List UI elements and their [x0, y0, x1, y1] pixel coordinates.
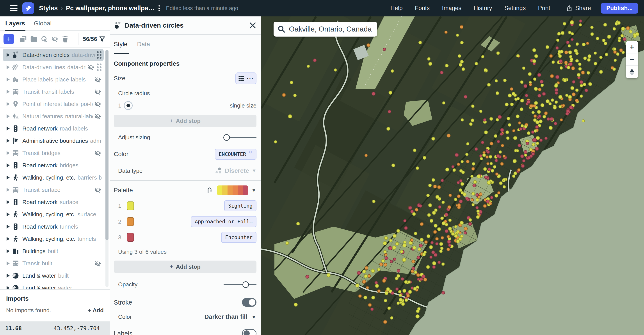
layer-row[interactable]: Walking, cycling, etc.tunnels [3, 233, 104, 245]
color-field-button[interactable]: ENCOUNTER ” [215, 149, 256, 160]
category-value-button[interactable]: Encounter [221, 232, 256, 243]
expand-caret-icon[interactable] [6, 102, 10, 106]
expand-caret-icon[interactable] [6, 127, 10, 130]
layer-row[interactable]: Data-driven linesdata-driven [3, 61, 104, 73]
expand-caret-icon[interactable] [6, 163, 10, 167]
expand-caret-icon[interactable] [6, 53, 10, 57]
slider-knob[interactable] [242, 281, 249, 288]
map-canvas[interactable]: Oakville, Ontario, Canada + − [261, 16, 644, 335]
compass-pitch-button[interactable] [626, 66, 638, 78]
search-input[interactable]: Oakville, Ontario, Canada [289, 25, 372, 33]
zoom-in-button[interactable]: + [626, 41, 638, 53]
mapbox-logo-icon[interactable] [22, 2, 34, 14]
add-import-button[interactable]: + Add [88, 307, 104, 314]
zoom-out-button[interactable]: − [626, 53, 638, 66]
expand-caret-icon[interactable] [6, 151, 10, 155]
stroke-color-dropdown[interactable]: Darker than fill ▼ [204, 313, 256, 320]
layer-row[interactable]: Road networksurface [3, 196, 104, 208]
layer-row[interactable]: Road networkroad-labels [3, 122, 104, 135]
drag-handle[interactable] [97, 51, 102, 59]
expand-caret-icon[interactable] [6, 212, 10, 216]
expand-caret-icon[interactable] [6, 249, 10, 253]
share-button[interactable]: Share [566, 5, 591, 11]
circle-size-stop[interactable] [124, 101, 132, 110]
opacity-slider[interactable] [224, 284, 256, 285]
layer-hidden-icon[interactable] [94, 113, 102, 120]
slider-knob[interactable] [223, 134, 230, 141]
hide-layer-icon[interactable] [51, 35, 58, 43]
layer-row[interactable]: Land & waterbuilt [3, 270, 104, 282]
nav-help[interactable]: Help [390, 5, 403, 11]
expand-caret-icon[interactable] [6, 77, 10, 81]
nav-print[interactable]: Print [538, 5, 550, 11]
color-swatch[interactable] [127, 201, 134, 210]
add-size-stop-button[interactable]: + Add stop [114, 115, 256, 127]
color-swatch[interactable] [127, 217, 134, 226]
layer-hidden-icon[interactable] [94, 100, 102, 108]
expand-caret-icon[interactable] [6, 286, 10, 289]
map-search-box[interactable]: Oakville, Ontario, Canada [274, 22, 377, 36]
layer-row[interactable]: Road networkbridges [3, 159, 104, 171]
menu-icon[interactable] [10, 5, 18, 11]
data-type-dropdown[interactable]: Discrete ▼ [215, 167, 256, 175]
drag-handle[interactable] [97, 63, 102, 71]
layer-row[interactable]: Administrative boundariesadmin [3, 135, 104, 147]
expand-caret-icon[interactable] [6, 114, 10, 118]
delete-layer-icon[interactable] [62, 35, 69, 43]
expand-caret-icon[interactable] [6, 274, 10, 278]
add-color-stop-button[interactable]: + Add stop [114, 261, 256, 273]
layer-row[interactable]: Transitsurface [3, 184, 104, 196]
expand-caret-icon[interactable] [6, 237, 10, 241]
adjust-sizing-slider[interactable] [224, 137, 256, 138]
publish-button[interactable]: Publish... [600, 3, 638, 13]
size-mode-button[interactable]: ··· [236, 72, 256, 84]
category-value-button[interactable]: Approached or Foll… [191, 216, 256, 227]
style-options-kebab-icon[interactable] [158, 5, 160, 11]
layer-hidden-icon[interactable] [94, 76, 102, 83]
layer-row[interactable]: Point of interest labelspoi-labels [3, 98, 104, 110]
expand-caret-icon[interactable] [6, 188, 10, 192]
layer-hidden-icon[interactable] [94, 260, 102, 267]
layer-row[interactable]: Walking, cycling, etc.barriers-bridges [3, 171, 104, 184]
palette-dropdown-icon[interactable]: ▼ [251, 187, 256, 193]
add-layer-button[interactable]: + [4, 34, 14, 44]
palette-gradient-button[interactable] [217, 185, 248, 195]
filter-layers-icon[interactable] [99, 36, 106, 42]
layer-row[interactable]: Natural featuresnatural-labels [3, 110, 104, 122]
nav-fonts[interactable]: Fonts [415, 5, 430, 11]
expand-caret-icon[interactable] [6, 200, 10, 204]
tab-layers[interactable]: Layers [5, 20, 25, 27]
close-icon[interactable] [249, 22, 256, 29]
style-name[interactable]: Pc wallpaper, phone wallpa… [66, 4, 155, 12]
layer-hidden-icon[interactable] [94, 186, 102, 194]
layer-row[interactable]: Transittransit-labels [3, 86, 104, 98]
reverse-palette-icon[interactable] [206, 187, 213, 194]
layer-hidden-icon[interactable] [94, 149, 102, 157]
layer-row[interactable]: Transitbuilt [3, 257, 104, 270]
select-layer-icon[interactable] [40, 35, 48, 43]
expand-caret-icon[interactable] [6, 139, 10, 143]
tab-data[interactable]: Data [137, 41, 150, 48]
expand-caret-icon[interactable] [6, 65, 10, 69]
stroke-toggle[interactable] [242, 298, 256, 307]
breadcrumb-styles-link[interactable]: Styles [39, 4, 58, 12]
layer-hidden-icon[interactable] [94, 88, 102, 95]
color-swatch[interactable] [127, 233, 134, 242]
expand-caret-icon[interactable] [6, 262, 10, 265]
layer-row[interactable]: Data-driven circlesdata-driven-ci [3, 49, 104, 61]
layer-hidden-icon[interactable] [87, 63, 95, 71]
layers-scrollbar[interactable] [106, 50, 108, 287]
expand-caret-icon[interactable] [6, 176, 10, 180]
group-layers-icon[interactable] [30, 35, 38, 43]
layer-row[interactable]: Walking, cycling, etc.surface [3, 208, 104, 221]
labels-toggle[interactable] [242, 329, 256, 335]
layer-row[interactable]: Transitbridges [3, 147, 104, 159]
layer-row[interactable]: Buildingsbuilt [3, 245, 104, 257]
tab-style[interactable]: Style [114, 41, 127, 48]
expand-caret-icon[interactable] [6, 225, 10, 229]
nav-settings[interactable]: Settings [504, 5, 526, 11]
category-value-button[interactable]: Sighting [224, 200, 256, 211]
layer-row[interactable]: Place labelsplace-labels [3, 73, 104, 86]
expand-caret-icon[interactable] [6, 90, 10, 94]
nav-images[interactable]: Images [442, 5, 462, 11]
